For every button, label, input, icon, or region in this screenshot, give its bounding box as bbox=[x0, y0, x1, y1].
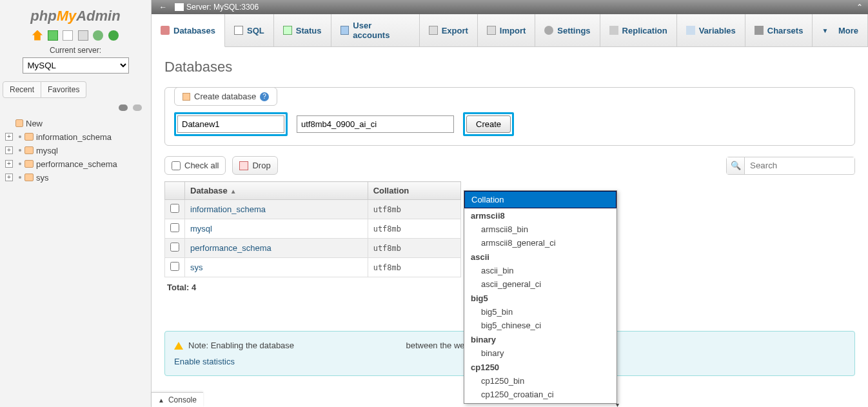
collapse-icon[interactable] bbox=[119, 104, 128, 111]
expand-icon[interactable]: + bbox=[5, 174, 13, 181]
collation-option[interactable]: armscii8_general_ci bbox=[464, 236, 616, 250]
row-checkbox[interactable] bbox=[170, 262, 179, 271]
collation-option[interactable]: ascii_bin bbox=[464, 264, 616, 277]
row-checkbox[interactable] bbox=[170, 204, 179, 213]
tree-item[interactable]: + information_schema bbox=[5, 130, 148, 144]
tab-export[interactable]: Export bbox=[420, 14, 478, 46]
db-link[interactable]: mysql bbox=[190, 224, 212, 233]
help-icon[interactable]: ? bbox=[260, 92, 269, 101]
sql-tab-icon bbox=[234, 26, 243, 35]
database-table: Database▲ Collation information_schemaut… bbox=[164, 181, 461, 277]
check-all[interactable]: Check all bbox=[164, 156, 226, 175]
collation-group: big5 bbox=[464, 291, 616, 305]
back-icon[interactable]: ← bbox=[157, 3, 170, 12]
tree-item[interactable]: + mysql bbox=[5, 144, 148, 157]
tree-item[interactable]: + performance_schema bbox=[5, 157, 148, 171]
database-icon bbox=[25, 174, 34, 181]
console-label: Console bbox=[168, 395, 197, 404]
collation-dropdown: Collation armscii8armscii8_binarmscii8_g… bbox=[464, 190, 617, 404]
tab-recent[interactable]: Recent bbox=[3, 81, 41, 98]
sidebar-iconbar bbox=[3, 30, 148, 41]
expand-icon[interactable]: + bbox=[5, 160, 13, 168]
database-icon bbox=[25, 133, 34, 141]
row-checkbox[interactable] bbox=[170, 243, 179, 252]
actions-row: Check all Drop 🔍 bbox=[164, 156, 855, 175]
search-box: 🔍 bbox=[726, 157, 855, 175]
tab-status[interactable]: Status bbox=[274, 14, 331, 46]
tree-db-label: mysql bbox=[36, 146, 58, 155]
tab-user-accounts[interactable]: User accounts bbox=[331, 14, 420, 46]
dbname-highlight bbox=[174, 112, 288, 136]
docs-icon[interactable] bbox=[78, 30, 88, 41]
table-row: performance_schemautf8mb bbox=[165, 239, 461, 258]
collation-option[interactable]: cp1250_czech_cs bbox=[464, 401, 616, 403]
home-icon[interactable] bbox=[32, 30, 43, 41]
tree-item[interactable]: + sys bbox=[5, 171, 148, 184]
collation-select[interactable] bbox=[297, 115, 454, 133]
expand-icon[interactable]: + bbox=[5, 133, 13, 141]
collation-option[interactable]: big5_chinese_ci bbox=[464, 319, 616, 332]
collation-option[interactable]: ascii_general_ci bbox=[464, 277, 616, 291]
db-link[interactable]: performance_schema bbox=[190, 243, 271, 253]
collation-option[interactable]: big5_bin bbox=[464, 305, 616, 319]
collapse-top-icon[interactable]: ⌃ bbox=[856, 3, 863, 12]
settings-icon[interactable] bbox=[93, 30, 103, 41]
create-btn-highlight: Create bbox=[463, 112, 514, 136]
check-all-checkbox[interactable] bbox=[172, 161, 181, 170]
navtabs: Databases SQL Status User accounts Expor… bbox=[152, 14, 868, 47]
tree-new[interactable]: New bbox=[5, 117, 148, 130]
drop-button[interactable]: Drop bbox=[232, 156, 277, 175]
tab-charsets[interactable]: Charsets bbox=[745, 14, 813, 46]
logo[interactable]: phpMyAdmin bbox=[3, 8, 148, 25]
collation-option[interactable]: armscii8_bin bbox=[464, 223, 616, 236]
tab-import[interactable]: Import bbox=[478, 14, 535, 46]
dropdown-chevron-icon[interactable]: ▾ bbox=[616, 401, 619, 407]
row-collation: utf8mb bbox=[368, 219, 460, 239]
content: Databases Create database ? Create bbox=[152, 47, 868, 407]
collation-group: binary bbox=[464, 332, 616, 346]
tab-settings[interactable]: Settings bbox=[535, 14, 600, 46]
th-database[interactable]: Database▲ bbox=[185, 182, 368, 200]
settings-tab-icon bbox=[544, 26, 553, 35]
tab-sql[interactable]: SQL bbox=[225, 14, 274, 46]
collation-dropdown-header[interactable]: Collation bbox=[464, 191, 616, 208]
db-tree: New + information_schema + mysql + perfo… bbox=[3, 117, 148, 184]
create-database-label: Create database bbox=[194, 92, 256, 101]
replication-icon bbox=[609, 26, 618, 35]
db-link[interactable]: information_schema bbox=[190, 204, 266, 214]
logout-icon[interactable] bbox=[48, 30, 58, 41]
status-icon bbox=[283, 26, 292, 35]
logo-php: php bbox=[30, 8, 56, 24]
create-button[interactable]: Create bbox=[466, 115, 511, 133]
tab-databases[interactable]: Databases bbox=[152, 14, 225, 47]
search-input[interactable] bbox=[745, 157, 854, 174]
collation-group: armscii8 bbox=[464, 208, 616, 223]
tab-variables[interactable]: Variables bbox=[677, 14, 745, 46]
console-bar[interactable]: ▲ Console bbox=[152, 392, 203, 407]
console-chevron-icon: ▲ bbox=[158, 397, 164, 404]
reload-icon[interactable] bbox=[108, 30, 119, 41]
tab-replication[interactable]: Replication bbox=[600, 14, 677, 46]
tab-more[interactable]: ▼ More bbox=[813, 14, 868, 46]
row-collation: utf8mb bbox=[368, 200, 460, 219]
page-title: Databases bbox=[164, 59, 855, 75]
collation-option[interactable]: cp1250_bin bbox=[464, 374, 616, 388]
server-icon bbox=[175, 3, 184, 11]
server-select[interactable]: MySQL bbox=[23, 57, 129, 74]
link-icon[interactable] bbox=[133, 104, 142, 111]
server-breadcrumb[interactable]: Server: MySQL:3306 bbox=[186, 3, 259, 12]
sql-icon[interactable] bbox=[63, 30, 73, 41]
th-collation[interactable]: Collation bbox=[368, 182, 460, 200]
dbname-input[interactable] bbox=[177, 115, 284, 133]
enable-statistics-link[interactable]: Enable statistics bbox=[174, 357, 235, 366]
collation-option[interactable]: binary bbox=[464, 346, 616, 360]
db-link[interactable]: sys bbox=[190, 263, 203, 272]
search-icon[interactable]: 🔍 bbox=[727, 157, 745, 174]
collation-option[interactable]: cp1250_croatian_ci bbox=[464, 388, 616, 401]
row-collation: utf8mb bbox=[368, 258, 460, 277]
expand-icon[interactable]: + bbox=[5, 146, 13, 154]
databases-icon bbox=[161, 26, 170, 35]
row-checkbox[interactable] bbox=[170, 223, 179, 232]
tab-favorites[interactable]: Favorites bbox=[41, 81, 86, 98]
new-db-icon bbox=[15, 119, 23, 127]
